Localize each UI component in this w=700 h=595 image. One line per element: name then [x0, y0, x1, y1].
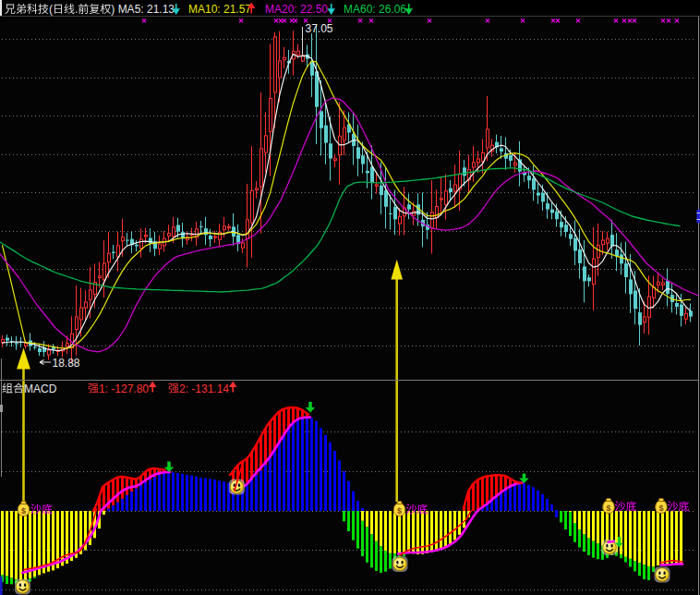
- svg-text:37.05: 37.05: [306, 22, 333, 35]
- svg-text:$: $: [606, 504, 610, 513]
- svg-text:1: -127.80: 1: -127.80: [99, 382, 149, 395]
- svg-text:MA20: 22.50: MA20: 22.50: [265, 3, 328, 16]
- svg-text:MA10: 21.57: MA10: 21.57: [188, 3, 251, 16]
- svg-text:$: $: [658, 504, 663, 513]
- svg-text:18.88: 18.88: [53, 357, 80, 370]
- svg-text:2: -131.14: 2: -131.14: [179, 382, 229, 395]
- svg-text:(: (: [49, 3, 53, 16]
- svg-text:.: .: [75, 3, 78, 16]
- svg-text:$: $: [21, 506, 26, 516]
- svg-text:MA60: 26.06: MA60: 26.06: [344, 3, 406, 16]
- svg-text:$: $: [397, 506, 402, 516]
- svg-text:MACD: MACD: [24, 382, 57, 395]
- svg-text:) MA5: 21.13: ) MA5: 21.13: [111, 3, 175, 16]
